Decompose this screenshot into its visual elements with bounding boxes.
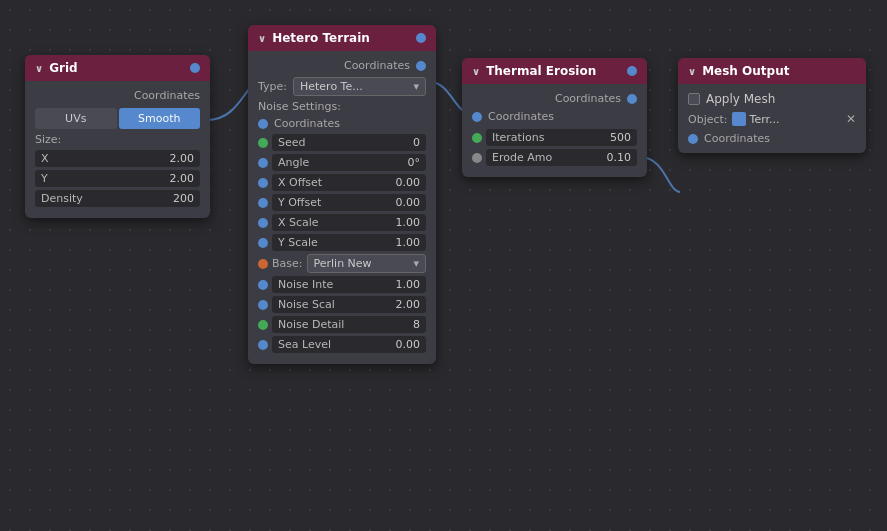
hetero-type-chevron: ▾ — [413, 80, 419, 93]
hetero-sealevel-value: 0.00 — [396, 338, 421, 351]
hetero-yscale-socket — [258, 238, 268, 248]
hetero-xoffset-value: 0.00 — [396, 176, 421, 189]
grid-x-row[interactable]: X 2.00 — [35, 150, 200, 167]
hetero-base-chevron: ▾ — [413, 257, 419, 270]
hetero-noisescal-row[interactable]: Noise Scal 2.00 — [272, 296, 426, 313]
hetero-type-value: Hetero Te... — [300, 80, 363, 93]
apply-mesh-checkbox[interactable] — [688, 93, 700, 105]
hetero-yoffset-label: Y Offset — [278, 196, 392, 209]
grid-x-value: 2.00 — [170, 152, 195, 165]
grid-x-label: X — [41, 152, 166, 165]
hetero-noisescal-value: 2.00 — [396, 298, 421, 311]
hetero-seed-label: Seed — [278, 136, 409, 149]
hetero-yscale-value: 1.00 — [396, 236, 421, 249]
grid-button-group: UVs Smooth — [35, 108, 200, 129]
thermal-erode-socket — [472, 153, 482, 163]
grid-density-label: Density — [41, 192, 169, 205]
hetero-noise-label: Noise Settings: — [258, 100, 426, 113]
grid-uvs-button[interactable]: UVs — [35, 108, 117, 129]
hetero-xscale-value: 1.00 — [396, 216, 421, 229]
hetero-base-value: Perlin New — [314, 257, 372, 270]
hetero-noisescal-label: Noise Scal — [278, 298, 392, 311]
hetero-seed-socket — [258, 138, 268, 148]
hetero-xscale-socket — [258, 218, 268, 228]
thermal-erosion-chevron[interactable]: ∨ — [472, 66, 480, 77]
hetero-noiseinte-socket — [258, 280, 268, 290]
hetero-seed-row[interactable]: Seed 0 — [272, 134, 426, 151]
thermal-erosion-title: Thermal Erosion — [486, 64, 596, 78]
hetero-sealevel-socket — [258, 340, 268, 350]
hetero-xscale-row[interactable]: X Scale 1.00 — [272, 214, 426, 231]
hetero-noiseinte-row[interactable]: Noise Inte 1.00 — [272, 276, 426, 293]
hetero-angle-row[interactable]: Angle 0° — [272, 154, 426, 171]
mesh-coordinates-row: Coordinates — [688, 132, 856, 145]
object-label: Object: — [688, 113, 728, 126]
grid-density-value: 200 — [173, 192, 194, 205]
hetero-yscale-label: Y Scale — [278, 236, 392, 249]
grid-density-row[interactable]: Density 200 — [35, 190, 200, 207]
thermal-coord2-socket — [472, 112, 482, 122]
hetero-coord-socket-in — [416, 61, 426, 71]
thermal-iterations-label: Iterations — [492, 131, 606, 144]
hetero-base-select[interactable]: Perlin New ▾ — [307, 254, 427, 273]
apply-mesh-label: Apply Mesh — [706, 92, 775, 106]
object-icon — [732, 112, 746, 126]
hetero-type-select[interactable]: Hetero Te... ▾ — [293, 77, 426, 96]
hetero-yscale-row[interactable]: Y Scale 1.00 — [272, 234, 426, 251]
grid-title: Grid — [49, 61, 77, 75]
hetero-noiseinte-value: 1.00 — [396, 278, 421, 291]
hetero-noiseinte-label: Noise Inte — [278, 278, 392, 291]
hetero-yoffset-row[interactable]: Y Offset 0.00 — [272, 194, 426, 211]
hetero-sealevel-row[interactable]: Sea Level 0.00 — [272, 336, 426, 353]
hetero-coordinates2-label: Coordinates — [274, 117, 340, 130]
hetero-type-label: Type: — [258, 80, 287, 93]
hetero-terrain-chevron[interactable]: ∨ — [258, 33, 266, 44]
thermal-erode-value: 0.10 — [607, 151, 632, 164]
hetero-xoffset-socket — [258, 178, 268, 188]
hetero-coord2-socket — [258, 119, 268, 129]
hetero-xoffset-label: X Offset — [278, 176, 392, 189]
mesh-output-chevron[interactable]: ∨ — [688, 66, 696, 77]
mesh-output-body: Apply Mesh Object: Terr... ✕ Coordinates — [678, 84, 866, 153]
thermal-iterations-socket — [472, 133, 482, 143]
thermal-iterations-value: 500 — [610, 131, 631, 144]
thermal-erode-row[interactable]: Erode Amo 0.10 — [486, 149, 637, 166]
hetero-noisedetail-value: 8 — [413, 318, 420, 331]
thermal-coordinates-label: Coordinates — [555, 92, 621, 105]
object-close-button[interactable]: ✕ — [846, 112, 856, 126]
thermal-coords-socket-out — [627, 66, 637, 76]
hetero-terrain-header: ∨ Hetero Terrain — [248, 25, 436, 51]
hetero-xscale-label: X Scale — [278, 216, 392, 229]
hetero-base-socket — [258, 259, 268, 269]
thermal-erosion-node: ∨ Thermal Erosion Coordinates Coordinate… — [462, 58, 647, 177]
mesh-coord-socket — [688, 134, 698, 144]
hetero-noisedetail-socket — [258, 320, 268, 330]
hetero-coordinates-label: Coordinates — [344, 59, 410, 72]
hetero-seed-value: 0 — [413, 136, 420, 149]
hetero-coordinates-socket-out — [416, 33, 426, 43]
hetero-angle-socket — [258, 158, 268, 168]
object-value: Terr... — [750, 113, 842, 126]
hetero-noisedetail-row[interactable]: Noise Detail 8 — [272, 316, 426, 333]
mesh-output-node: ∨ Mesh Output Apply Mesh Object: Terr...… — [678, 58, 866, 153]
thermal-iterations-row[interactable]: Iterations 500 — [486, 129, 637, 146]
mesh-output-title: Mesh Output — [702, 64, 789, 78]
grid-y-row[interactable]: Y 2.00 — [35, 170, 200, 187]
apply-mesh-row: Apply Mesh — [688, 92, 856, 106]
hetero-terrain-title: Hetero Terrain — [272, 31, 370, 45]
hetero-angle-value: 0° — [408, 156, 421, 169]
grid-chevron[interactable]: ∨ — [35, 63, 43, 74]
hetero-type-row: Type: Hetero Te... ▾ — [258, 77, 426, 96]
grid-body: Coordinates UVs Smooth Size: X 2.00 Y 2.… — [25, 81, 210, 218]
grid-size-label: Size: — [35, 133, 200, 146]
thermal-erosion-body: Coordinates Coordinates Iterations 500 E… — [462, 84, 647, 177]
hetero-xoffset-row[interactable]: X Offset 0.00 — [272, 174, 426, 191]
hetero-yoffset-value: 0.00 — [396, 196, 421, 209]
grid-header: ∨ Grid — [25, 55, 210, 81]
hetero-noisedetail-label: Noise Detail — [278, 318, 409, 331]
grid-smooth-button[interactable]: Smooth — [119, 108, 201, 129]
grid-y-label: Y — [41, 172, 166, 185]
grid-y-value: 2.00 — [170, 172, 195, 185]
thermal-coordinates2-label: Coordinates — [488, 110, 554, 123]
hetero-noisescal-socket — [258, 300, 268, 310]
